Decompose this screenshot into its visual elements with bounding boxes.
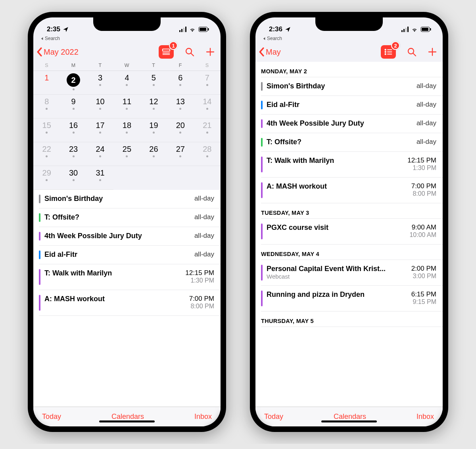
battery-icon	[198, 27, 209, 32]
event-row[interactable]: T: Walk with Marilyn12:15 PM1:30 PM	[261, 152, 443, 178]
svg-rect-1	[200, 28, 206, 31]
calendar-day-cell[interactable]: 31	[87, 166, 113, 190]
calendar-day-cell[interactable]: 24	[87, 142, 113, 166]
calendar-day-cell[interactable]: 22	[33, 142, 60, 166]
calendar-day-cell[interactable]: 2	[60, 71, 86, 95]
search-button[interactable]	[185, 47, 194, 57]
inbox-button[interactable]: Inbox	[416, 413, 434, 421]
calendar-day-cell[interactable]: 16	[60, 118, 86, 142]
event-row[interactable]: Simon's Birthdayall-day	[39, 190, 221, 208]
event-row[interactable]: Running and pizza in Dryden6:15 PM9:15 P…	[261, 286, 443, 311]
inbox-button[interactable]: Inbox	[194, 413, 212, 421]
event-time: 2:00 PM3:00 PM	[411, 265, 436, 280]
home-indicator[interactable]	[321, 420, 377, 422]
calendar-day-cell[interactable]: 23	[60, 142, 86, 166]
calendar-day-cell	[113, 166, 140, 190]
today-button[interactable]: Today	[42, 413, 61, 421]
calendar-day-cell[interactable]: 6	[167, 71, 194, 95]
screen-right: 2:36 Search May	[255, 17, 443, 426]
event-time: 12:15 PM1:30 PM	[185, 269, 214, 284]
event-title: Simon's Birthday	[44, 195, 103, 203]
event-row[interactable]: Simon's Birthdayall-day	[261, 77, 443, 96]
cellular-icon	[401, 27, 409, 32]
add-event-button[interactable]	[428, 47, 437, 57]
today-button[interactable]: Today	[264, 413, 283, 421]
calendar-day-cell[interactable]: 18	[113, 118, 140, 142]
calendar-day-cell[interactable]: 3	[87, 71, 113, 95]
calendar-day-cell[interactable]: 8	[33, 95, 60, 118]
calendar-day-cell[interactable]: 20	[167, 118, 194, 142]
list-icon	[384, 48, 393, 55]
calendar-day-cell[interactable]: 1	[33, 71, 60, 95]
event-row[interactable]: A: MASH workout7:00 PM8:00 PM	[261, 178, 443, 203]
event-row[interactable]: 4th Week Possible Jury Dutyall-day	[261, 115, 443, 133]
calendar-day-cell[interactable]: 30	[60, 166, 86, 190]
calendar-day-cell[interactable]: 15	[33, 118, 60, 142]
event-row[interactable]: Eid al-Fitrall-day	[39, 246, 221, 264]
badge: 2	[391, 41, 400, 50]
svg-rect-3	[163, 49, 170, 52]
calendar-day-cell[interactable]: 11	[113, 95, 140, 118]
calendar-day-cell[interactable]: 12	[140, 95, 167, 118]
plus-icon	[428, 47, 437, 57]
back-button[interactable]: May	[258, 47, 281, 57]
search-button[interactable]	[407, 47, 416, 57]
calendar-day-cell[interactable]: 10	[87, 95, 113, 118]
calendar-day-cell[interactable]: 13	[167, 95, 194, 118]
section-header: MONDAY, MAY 2	[261, 62, 443, 77]
event-time: all-day	[194, 232, 214, 240]
add-event-button[interactable]	[205, 47, 215, 57]
calendar-day-cell[interactable]: 27	[167, 142, 194, 166]
svg-rect-2	[208, 28, 209, 31]
calendar-day-cell[interactable]: 14	[194, 95, 221, 118]
event-title: 4th Week Possible Jury Duty	[267, 119, 364, 128]
event-color-bar	[261, 182, 263, 198]
event-row[interactable]: T: Offsite?all-day	[261, 133, 443, 152]
calendar-day-cell[interactable]: 21	[194, 118, 221, 142]
calendar-day-cell[interactable]: 7	[194, 71, 221, 95]
event-row[interactable]: T: Offsite?all-day	[39, 208, 221, 227]
event-title: Eid al-Fitr	[44, 250, 77, 259]
section-header: THURSDAY, MAY 5	[261, 311, 443, 327]
event-row[interactable]: Personal Capital Event With Krist...Webc…	[261, 260, 443, 286]
event-time: 12:15 PM1:30 PM	[407, 157, 436, 172]
svg-rect-12	[430, 28, 431, 31]
event-time: 7:00 PM8:00 PM	[411, 182, 436, 197]
event-time: all-day	[416, 119, 436, 127]
event-row[interactable]: T: Walk with Marilyn12:15 PM1:30 PM	[39, 264, 221, 290]
calendar-day-cell[interactable]: 17	[87, 118, 113, 142]
event-title: PGXC course visit	[267, 224, 328, 232]
agenda-list[interactable]: MONDAY, MAY 2Simon's Birthdayall-dayEid …	[255, 62, 443, 407]
status-time: 2:36	[269, 25, 282, 33]
event-row[interactable]: PGXC course visit9:00 AM10:00 AM	[261, 219, 443, 245]
calendar-grid[interactable]: 1234567891011121314151617181920212223242…	[33, 71, 221, 190]
event-title: Eid al-Fitr	[267, 101, 299, 109]
calendar-day-cell[interactable]: 9	[60, 95, 86, 118]
event-time: all-day	[416, 138, 436, 146]
event-row[interactable]: Eid al-Fitrall-day	[261, 96, 443, 115]
back-button[interactable]: May 2022	[36, 47, 79, 57]
view-toggle-button[interactable]: 2	[381, 45, 396, 59]
calendar-day-cell[interactable]: 4	[113, 71, 140, 95]
calendar-day-cell[interactable]: 19	[140, 118, 167, 142]
home-indicator[interactable]	[99, 420, 155, 422]
cellular-icon	[179, 27, 186, 32]
event-list[interactable]: Simon's Birthdayall-dayT: Offsite?all-da…	[33, 190, 221, 407]
calendars-button[interactable]: Calendars	[334, 413, 366, 421]
calendar-day-cell[interactable]: 26	[140, 142, 167, 166]
wifi-icon	[189, 26, 196, 33]
status-time: 2:35	[47, 25, 60, 33]
view-toggle-button[interactable]: 1	[159, 45, 174, 59]
calendar-day-cell[interactable]: 25	[113, 142, 140, 166]
event-row[interactable]: A: MASH workout7:00 PM8:00 PM	[39, 290, 221, 316]
event-title: A: MASH workout	[44, 295, 105, 303]
event-row[interactable]: 4th Week Possible Jury Dutyall-day	[39, 227, 221, 246]
calendar-day-cell[interactable]: 28	[194, 142, 221, 166]
breadcrumb-back[interactable]: Search	[255, 35, 443, 43]
calendar-day-cell[interactable]: 5	[140, 71, 167, 95]
battery-icon	[420, 27, 432, 32]
calendar-day-cell[interactable]: 29	[33, 166, 60, 190]
calendars-button[interactable]: Calendars	[111, 413, 144, 421]
event-color-bar	[261, 101, 263, 109]
breadcrumb-back[interactable]: Search	[33, 35, 221, 43]
